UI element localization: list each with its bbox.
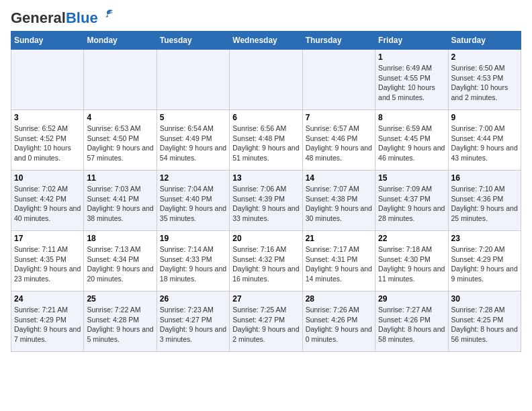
- calendar-cell: [157, 50, 229, 110]
- calendar-cell: 13Sunrise: 7:06 AM Sunset: 4:39 PM Dayli…: [230, 171, 302, 231]
- calendar-cell: 1Sunrise: 6:49 AM Sunset: 4:55 PM Daylig…: [375, 50, 448, 110]
- calendar-table: SundayMondayTuesdayWednesdayThursdayFrid…: [11, 31, 521, 352]
- calendar-header-row: SundayMondayTuesdayWednesdayThursdayFrid…: [11, 32, 521, 50]
- calendar-cell: 26Sunrise: 7:23 AM Sunset: 4:27 PM Dayli…: [157, 291, 229, 352]
- day-info: Sunrise: 6:56 AM Sunset: 4:48 PM Dayligh…: [232, 124, 299, 163]
- day-info: Sunrise: 7:25 AM Sunset: 4:27 PM Dayligh…: [232, 305, 299, 345]
- calendar-cell: 4Sunrise: 6:53 AM Sunset: 4:50 PM Daylig…: [84, 110, 157, 171]
- logo-text: GeneralBlue: [11, 11, 98, 26]
- day-number: 24: [14, 294, 81, 304]
- calendar-cell: [302, 50, 375, 110]
- calendar-cell: 9Sunrise: 7:00 AM Sunset: 4:44 PM Daylig…: [448, 110, 521, 171]
- day-info: Sunrise: 7:04 AM Sunset: 4:40 PM Dayligh…: [160, 184, 226, 224]
- calendar-cell: 6Sunrise: 6:56 AM Sunset: 4:48 PM Daylig…: [230, 110, 302, 171]
- day-number: 6: [232, 113, 299, 122]
- calendar-cell: 8Sunrise: 6:59 AM Sunset: 4:45 PM Daylig…: [375, 110, 448, 171]
- day-number: 11: [87, 173, 153, 183]
- day-number: 2: [451, 52, 518, 62]
- day-number: 17: [14, 234, 81, 243]
- day-number: 12: [160, 173, 226, 183]
- calendar-header-monday: Monday: [84, 32, 157, 50]
- day-info: Sunrise: 6:49 AM Sunset: 4:55 PM Dayligh…: [378, 63, 445, 103]
- calendar-week-row: 17Sunrise: 7:11 AM Sunset: 4:35 PM Dayli…: [11, 231, 521, 291]
- calendar-cell: 3Sunrise: 6:52 AM Sunset: 4:52 PM Daylig…: [11, 110, 84, 171]
- calendar-cell: 27Sunrise: 7:25 AM Sunset: 4:27 PM Dayli…: [230, 291, 302, 352]
- day-number: 10: [14, 173, 81, 183]
- calendar-cell: 23Sunrise: 7:20 AM Sunset: 4:29 PM Dayli…: [448, 231, 521, 291]
- calendar-week-row: 24Sunrise: 7:21 AM Sunset: 4:29 PM Dayli…: [11, 291, 521, 352]
- day-info: Sunrise: 7:21 AM Sunset: 4:29 PM Dayligh…: [14, 305, 81, 345]
- logo-bird-icon: [99, 8, 114, 23]
- day-info: Sunrise: 7:13 AM Sunset: 4:34 PM Dayligh…: [87, 244, 153, 284]
- calendar-cell: 28Sunrise: 7:26 AM Sunset: 4:26 PM Dayli…: [302, 291, 375, 352]
- day-info: Sunrise: 7:16 AM Sunset: 4:32 PM Dayligh…: [232, 244, 299, 284]
- day-info: Sunrise: 6:57 AM Sunset: 4:46 PM Dayligh…: [306, 124, 372, 163]
- day-info: Sunrise: 7:23 AM Sunset: 4:27 PM Dayligh…: [160, 305, 226, 345]
- day-number: 1: [378, 52, 445, 62]
- calendar-cell: 2Sunrise: 6:50 AM Sunset: 4:53 PM Daylig…: [448, 50, 521, 110]
- day-info: Sunrise: 7:10 AM Sunset: 4:36 PM Dayligh…: [451, 184, 518, 224]
- day-number: 30: [451, 294, 518, 304]
- day-number: 22: [378, 234, 445, 243]
- calendar-cell: 12Sunrise: 7:04 AM Sunset: 4:40 PM Dayli…: [157, 171, 229, 231]
- day-number: 20: [232, 234, 299, 243]
- day-info: Sunrise: 7:18 AM Sunset: 4:30 PM Dayligh…: [378, 244, 445, 284]
- calendar-header-wednesday: Wednesday: [230, 32, 302, 50]
- calendar-cell: [11, 50, 84, 110]
- day-info: Sunrise: 7:20 AM Sunset: 4:29 PM Dayligh…: [451, 244, 518, 284]
- day-number: 3: [14, 113, 81, 122]
- day-number: 15: [378, 173, 445, 183]
- calendar-header-friday: Friday: [375, 32, 448, 50]
- calendar-cell: 15Sunrise: 7:09 AM Sunset: 4:37 PM Dayli…: [375, 171, 448, 231]
- day-number: 13: [232, 173, 299, 183]
- day-info: Sunrise: 7:07 AM Sunset: 4:38 PM Dayligh…: [306, 184, 372, 224]
- page-header: GeneralBlue: [11, 11, 521, 26]
- day-info: Sunrise: 7:06 AM Sunset: 4:39 PM Dayligh…: [232, 184, 299, 224]
- calendar-header-sunday: Sunday: [11, 32, 84, 50]
- day-info: Sunrise: 6:54 AM Sunset: 4:49 PM Dayligh…: [160, 124, 226, 163]
- day-number: 5: [160, 113, 226, 122]
- day-number: 28: [306, 294, 372, 304]
- day-number: 29: [378, 294, 445, 304]
- calendar-header-saturday: Saturday: [448, 32, 521, 50]
- calendar-header-tuesday: Tuesday: [157, 32, 229, 50]
- day-number: 21: [306, 234, 372, 243]
- calendar-cell: 25Sunrise: 7:22 AM Sunset: 4:28 PM Dayli…: [84, 291, 157, 352]
- calendar-cell: 5Sunrise: 6:54 AM Sunset: 4:49 PM Daylig…: [157, 110, 229, 171]
- calendar-cell: 24Sunrise: 7:21 AM Sunset: 4:29 PM Dayli…: [11, 291, 84, 352]
- day-number: 8: [378, 113, 445, 122]
- day-number: 23: [451, 234, 518, 243]
- calendar-week-row: 10Sunrise: 7:02 AM Sunset: 4:42 PM Dayli…: [11, 171, 521, 231]
- calendar-cell: 20Sunrise: 7:16 AM Sunset: 4:32 PM Dayli…: [230, 231, 302, 291]
- day-number: 27: [232, 294, 299, 304]
- calendar-cell: 19Sunrise: 7:14 AM Sunset: 4:33 PM Dayli…: [157, 231, 229, 291]
- calendar-header-thursday: Thursday: [302, 32, 375, 50]
- day-info: Sunrise: 7:09 AM Sunset: 4:37 PM Dayligh…: [378, 184, 445, 224]
- calendar-week-row: 3Sunrise: 6:52 AM Sunset: 4:52 PM Daylig…: [11, 110, 521, 171]
- calendar-cell: 7Sunrise: 6:57 AM Sunset: 4:46 PM Daylig…: [302, 110, 375, 171]
- calendar-cell: 18Sunrise: 7:13 AM Sunset: 4:34 PM Dayli…: [84, 231, 157, 291]
- calendar-cell: 30Sunrise: 7:28 AM Sunset: 4:25 PM Dayli…: [448, 291, 521, 352]
- day-info: Sunrise: 7:03 AM Sunset: 4:41 PM Dayligh…: [87, 184, 153, 224]
- day-number: 25: [87, 294, 153, 304]
- day-info: Sunrise: 7:02 AM Sunset: 4:42 PM Dayligh…: [14, 184, 81, 224]
- day-info: Sunrise: 7:26 AM Sunset: 4:26 PM Dayligh…: [306, 305, 372, 345]
- day-info: Sunrise: 7:27 AM Sunset: 4:26 PM Dayligh…: [378, 305, 445, 345]
- calendar-cell: 17Sunrise: 7:11 AM Sunset: 4:35 PM Dayli…: [11, 231, 84, 291]
- day-info: Sunrise: 6:50 AM Sunset: 4:53 PM Dayligh…: [451, 63, 518, 103]
- calendar-cell: 11Sunrise: 7:03 AM Sunset: 4:41 PM Dayli…: [84, 171, 157, 231]
- day-number: 26: [160, 294, 226, 304]
- day-number: 19: [160, 234, 226, 243]
- day-info: Sunrise: 6:53 AM Sunset: 4:50 PM Dayligh…: [87, 124, 153, 163]
- calendar-cell: [230, 50, 302, 110]
- calendar-week-row: 1Sunrise: 6:49 AM Sunset: 4:55 PM Daylig…: [11, 50, 521, 110]
- calendar-cell: 16Sunrise: 7:10 AM Sunset: 4:36 PM Dayli…: [448, 171, 521, 231]
- day-info: Sunrise: 7:00 AM Sunset: 4:44 PM Dayligh…: [451, 124, 518, 163]
- day-number: 4: [87, 113, 153, 122]
- calendar-cell: 29Sunrise: 7:27 AM Sunset: 4:26 PM Dayli…: [375, 291, 448, 352]
- day-info: Sunrise: 7:17 AM Sunset: 4:31 PM Dayligh…: [306, 244, 372, 284]
- logo: GeneralBlue: [11, 11, 114, 26]
- day-number: 7: [306, 113, 372, 122]
- day-info: Sunrise: 7:14 AM Sunset: 4:33 PM Dayligh…: [160, 244, 226, 284]
- day-number: 16: [451, 173, 518, 183]
